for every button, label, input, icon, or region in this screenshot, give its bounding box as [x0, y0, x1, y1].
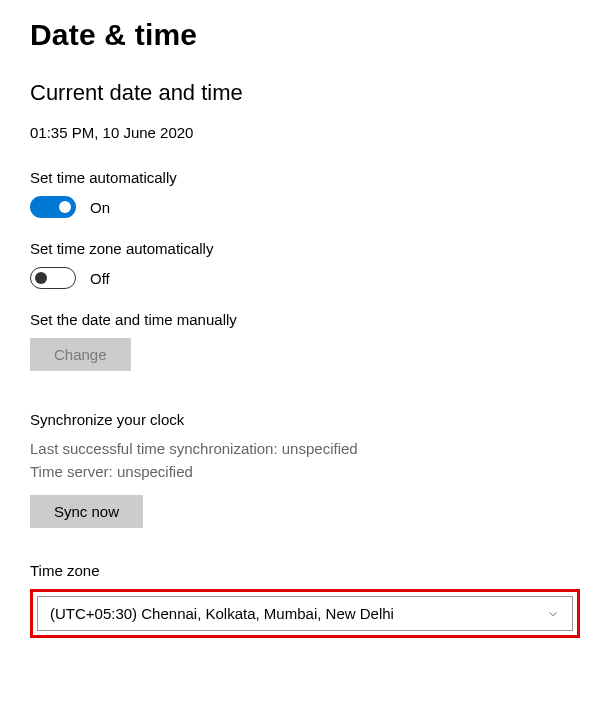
set-time-auto-state: On — [90, 199, 110, 216]
sync-now-button[interactable]: Sync now — [30, 495, 143, 528]
sync-server: Time server: unspecified — [30, 461, 580, 484]
set-tz-auto-block: Set time zone automatically Off — [30, 240, 580, 289]
current-section-title: Current date and time — [30, 80, 580, 106]
set-tz-auto-state: Off — [90, 270, 110, 287]
toggle-knob — [35, 272, 47, 284]
manual-block: Set the date and time manually Change — [30, 311, 580, 371]
sync-info: Last successful time synchronization: un… — [30, 438, 580, 483]
timezone-label: Time zone — [30, 562, 580, 579]
sync-last: Last successful time synchronization: un… — [30, 438, 580, 461]
chevron-down-icon — [546, 607, 560, 621]
page-title: Date & time — [30, 18, 580, 52]
timezone-value: (UTC+05:30) Chennai, Kolkata, Mumbai, Ne… — [50, 605, 394, 622]
sync-block: Synchronize your clock Last successful t… — [30, 411, 580, 528]
change-button[interactable]: Change — [30, 338, 131, 371]
timezone-block: Time zone (UTC+05:30) Chennai, Kolkata, … — [30, 562, 580, 638]
set-tz-auto-toggle[interactable] — [30, 267, 76, 289]
timezone-dropdown[interactable]: (UTC+05:30) Chennai, Kolkata, Mumbai, Ne… — [37, 596, 573, 631]
toggle-knob — [59, 201, 71, 213]
set-time-auto-label: Set time automatically — [30, 169, 580, 186]
timezone-highlight: (UTC+05:30) Chennai, Kolkata, Mumbai, Ne… — [30, 589, 580, 638]
current-datetime: 01:35 PM, 10 June 2020 — [30, 124, 580, 141]
sync-title: Synchronize your clock — [30, 411, 580, 428]
set-time-auto-toggle[interactable] — [30, 196, 76, 218]
set-tz-auto-label: Set time zone automatically — [30, 240, 580, 257]
set-time-auto-block: Set time automatically On — [30, 169, 580, 218]
manual-label: Set the date and time manually — [30, 311, 580, 328]
